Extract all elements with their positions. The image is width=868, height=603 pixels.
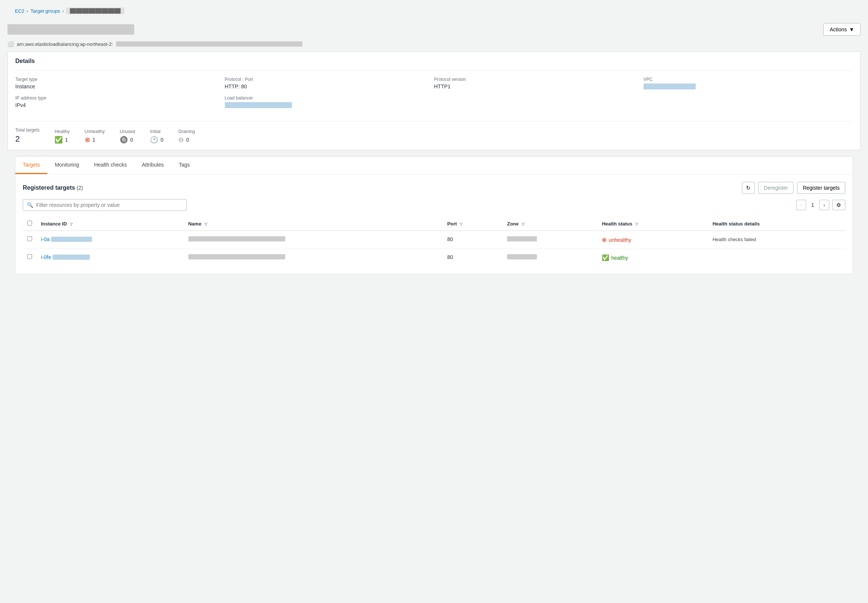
table-row: i-0fe 80 ✅ healthy [23, 249, 845, 267]
tab-attributes[interactable]: Attributes [134, 156, 171, 174]
protocol-port-value: HTTP: 80 [225, 83, 427, 90]
search-row: 🔍 ‹ 1 › ⚙ [23, 199, 845, 211]
search-box[interactable]: 🔍 [23, 199, 187, 211]
zone-sort-icon: ▽ [521, 222, 525, 226]
draining-label: Draining [178, 129, 195, 134]
row2-health-status-cell: ✅ healthy [597, 249, 708, 267]
row1-health-status-cell: ⊗ unhealthy [597, 231, 708, 249]
pagination: ‹ 1 › ⚙ [796, 200, 845, 210]
unhealthy-value: ⊗ 1 [85, 136, 105, 144]
registered-header: Registered targets (2) ↻ Deregister Regi… [23, 182, 845, 194]
tabs-container: Targets Monitoring Health checks Attribu… [8, 156, 860, 274]
row2-zone-blurred [507, 254, 537, 260]
row1-health-details-cell: Health checks failed [708, 231, 845, 249]
row2-health-status-text: healthy [611, 255, 628, 261]
stat-unused: Unused 🔘 0 [120, 129, 135, 144]
detail-protocol-version: Protocol version HTTP1 [434, 77, 644, 115]
unused-icon: 🔘 [120, 136, 128, 144]
target-type-label: Target type [15, 77, 217, 82]
deregister-button[interactable]: Deregister [758, 182, 794, 194]
column-settings-button[interactable]: ⚙ [832, 200, 845, 210]
col-name[interactable]: Name ▽ [184, 217, 443, 231]
row2-instance-id-prefix: i-0fe [41, 254, 51, 260]
row1-instance-id-prefix: i-0a [41, 236, 50, 242]
registered-count: (2) [76, 185, 83, 191]
load-balancer-label: Load balancer [225, 96, 427, 100]
table-header-row: Instance ID ▽ Name ▽ Port ▽ Zone ▽ Healt… [23, 217, 845, 231]
targets-table: Instance ID ▽ Name ▽ Port ▽ Zone ▽ Healt… [23, 217, 845, 266]
details-card: Details Target type Instance IP address … [8, 51, 860, 150]
page-header: Actions ▼ [0, 19, 868, 39]
row1-port-cell: 80 [443, 231, 503, 249]
row2-port-cell: 80 [443, 249, 503, 267]
next-page-button[interactable]: › [819, 200, 829, 210]
name-sort-icon: ▽ [204, 222, 207, 226]
target-type-value: Instance [15, 83, 217, 90]
row2-name-blurred [188, 254, 285, 260]
health-status-sort-icon: ▽ [635, 222, 638, 226]
row1-instance-link[interactable]: i-0a [41, 236, 179, 242]
search-icon: 🔍 [27, 202, 33, 208]
stat-healthy: Healthy ✅ 1 [54, 129, 70, 144]
stat-initial: Initial 🕐 0 [150, 129, 163, 144]
refresh-button[interactable]: ↻ [742, 182, 755, 194]
row1-zone-cell [503, 231, 597, 249]
initial-value: 🕐 0 [150, 136, 163, 144]
search-input[interactable] [36, 202, 183, 208]
registered-title-text: Registered targets [23, 184, 75, 191]
row2-checkbox[interactable] [27, 254, 32, 259]
row1-checkbox[interactable] [27, 236, 32, 241]
initial-count: 0 [160, 137, 163, 143]
row2-healthy-icon: ✅ [602, 254, 609, 261]
col-health-status[interactable]: Health status ▽ [597, 217, 708, 231]
draining-icon: ⊖ [178, 136, 184, 144]
detail-protocol-port: Protocol : Port HTTP: 80 Load balancer [225, 77, 434, 115]
row1-unhealthy-icon: ⊗ [602, 236, 607, 243]
tab-monitoring[interactable]: Monitoring [47, 156, 87, 174]
page-number: 1 [809, 202, 817, 208]
select-all-checkbox[interactable] [27, 221, 32, 226]
row2-name-cell [184, 249, 443, 267]
col-instance-id[interactable]: Instance ID ▽ [37, 217, 184, 231]
breadcrumb-sep2: › [62, 8, 64, 14]
breadcrumb-current: ████████████████ [66, 8, 124, 14]
protocol-port-label: Protocol : Port [225, 77, 427, 82]
table-row: i-0a 80 ⊗ unhealthy [23, 231, 845, 249]
healthy-value: ✅ 1 [54, 136, 70, 144]
breadcrumb: EC2 › Target groups › ████████████████ [8, 4, 860, 18]
row2-port: 80 [447, 254, 453, 260]
stat-draining: Draining ⊖ 0 [178, 129, 195, 144]
tab-health-checks[interactable]: Health checks [87, 156, 134, 174]
row1-instance-id-cell: i-0a [37, 231, 184, 249]
draining-value: ⊖ 0 [178, 136, 195, 144]
col-zone[interactable]: Zone ▽ [503, 217, 597, 231]
row2-checkbox-cell [23, 249, 37, 267]
header-actions: ↻ Deregister Register targets [742, 182, 845, 194]
col-health-details: Health status details [708, 217, 845, 231]
col-port[interactable]: Port ▽ [443, 217, 503, 231]
unused-label: Unused [120, 129, 135, 134]
arn-bar: ⬜ arn:aws:elasticloadbalancing:ap-northe… [0, 39, 868, 51]
breadcrumb-target-groups[interactable]: Target groups [31, 8, 60, 14]
actions-button[interactable]: Actions ▼ [823, 23, 860, 36]
tab-tags[interactable]: Tags [171, 156, 197, 174]
unhealthy-label: Unhealthy [85, 129, 105, 134]
details-title: Details [15, 58, 853, 65]
row2-instance-link[interactable]: i-0fe [41, 254, 179, 260]
row2-health-status: ✅ healthy [602, 254, 704, 261]
register-targets-button[interactable]: Register targets [797, 182, 845, 194]
load-balancer-blurred [225, 102, 292, 108]
ip-address-label: IP address type [15, 96, 217, 100]
page-title [8, 24, 134, 35]
unused-count: 0 [130, 137, 133, 143]
arn-prefix: arn:aws:elasticloadbalancing:ap-northeas… [17, 41, 113, 47]
tab-targets[interactable]: Targets [15, 156, 47, 174]
draining-count: 0 [186, 137, 189, 143]
row1-name-cell [184, 231, 443, 249]
arn-blurred [116, 41, 302, 46]
unhealthy-icon: ⊗ [85, 136, 90, 144]
breadcrumb-ec2[interactable]: EC2 [15, 8, 24, 14]
detail-target-type: Target type Instance IP address type IPv… [15, 77, 225, 115]
copy-icon[interactable]: ⬜ [8, 41, 14, 47]
prev-page-button[interactable]: ‹ [796, 200, 806, 210]
